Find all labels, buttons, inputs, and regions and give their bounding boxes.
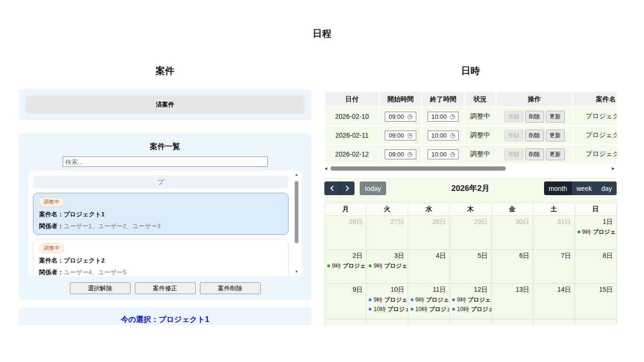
horizontal-scrollbar[interactable]: ◀ ▶ bbox=[324, 165, 617, 172]
scroll-right-icon[interactable]: ▶ bbox=[612, 166, 615, 171]
case-list-item[interactable]: 調整中案件名：プロジェクト2関係者：ユーザー4、ユーザー5 bbox=[33, 239, 289, 276]
datetime-heading: 日時 bbox=[324, 65, 617, 77]
case-members-value: ユーザー4、ユーザー5 bbox=[64, 269, 126, 276]
calendar-day-cell[interactable] bbox=[533, 320, 575, 326]
case-name-value: プロジェクト1 bbox=[64, 211, 105, 218]
update-button[interactable]: 更新 bbox=[546, 130, 565, 141]
calendar-day-cell[interactable] bbox=[575, 320, 616, 326]
calendar-event[interactable]: 9時プロジェク bbox=[575, 227, 616, 237]
event-dot-icon bbox=[452, 298, 455, 301]
calendar-day-cell[interactable]: 8日 bbox=[575, 250, 616, 284]
event-dot-icon bbox=[369, 298, 372, 301]
scroll-left-icon[interactable]: ◀ bbox=[324, 166, 327, 171]
column-header: 案件名 bbox=[573, 91, 617, 107]
calendar-day-cell[interactable]: 31日 bbox=[533, 216, 575, 250]
datetime-column: 日時 日付開始時間終了時間状況操作案件名 2026-02-1009:00◷10:… bbox=[324, 40, 617, 325]
day-of-week-header: 金 bbox=[491, 203, 533, 216]
start-time-input[interactable]: 09:00◷ bbox=[385, 112, 416, 122]
calendar-day-cell[interactable]: 5日 bbox=[450, 250, 491, 284]
calendar-day-cell[interactable]: 11日9時プロジェク10時プロジェ bbox=[408, 284, 449, 320]
start-time-input[interactable]: 09:00◷ bbox=[385, 149, 416, 159]
calendar-day-cell[interactable] bbox=[450, 320, 491, 326]
deselect-button[interactable]: 選択解除 bbox=[70, 282, 131, 294]
case-members-line: 関係者：ユーザー4、ユーザー5 bbox=[39, 268, 282, 276]
calendar-event[interactable]: 9時プロジェク bbox=[366, 261, 407, 271]
day-of-week-header: 日 bbox=[575, 203, 616, 216]
calendar-day-cell[interactable]: 13日 bbox=[491, 284, 533, 320]
event-dot-icon bbox=[578, 230, 580, 233]
start-time-input[interactable]: 09:00◷ bbox=[385, 131, 416, 140]
view-button-month[interactable]: month bbox=[544, 181, 572, 195]
today-button[interactable]: today bbox=[360, 181, 386, 195]
calendar-day-cell[interactable] bbox=[408, 320, 449, 326]
delete-button[interactable]: 削除 bbox=[525, 111, 544, 123]
scrollbar-thumb[interactable] bbox=[295, 181, 298, 243]
view-button-day[interactable]: day bbox=[596, 181, 617, 195]
event-dot-icon bbox=[452, 308, 455, 311]
calendar-day-cell[interactable]: 30日 bbox=[491, 216, 533, 250]
calendar-day-cell[interactable]: 4日 bbox=[408, 250, 449, 284]
register-button: 登録 bbox=[504, 148, 523, 160]
update-button[interactable]: 更新 bbox=[546, 111, 565, 123]
day-number: 5日 bbox=[450, 250, 491, 261]
end-time-input[interactable]: 10:00◷ bbox=[428, 149, 459, 159]
calendar-day-cell[interactable]: 1日9時プロジェク bbox=[575, 216, 616, 250]
calendar-day-cell[interactable]: 10日9時プロジェク10時プロジェ bbox=[366, 284, 408, 320]
calendar-week-row: 2日9時プロジェク3日9時プロジェク4日5日6日7日8日 bbox=[325, 250, 617, 284]
calendar-day-cell[interactable]: 9日 bbox=[325, 284, 366, 320]
next-month-button[interactable] bbox=[339, 181, 355, 195]
time-value: 09:00 bbox=[388, 132, 404, 139]
day-number: 12日 bbox=[450, 284, 491, 295]
delete-button[interactable]: 削除 bbox=[525, 130, 544, 141]
day-number: 30日 bbox=[492, 216, 533, 227]
calendar-day-cell[interactable]: 15日 bbox=[575, 284, 616, 320]
done-cases-button[interactable]: 済案件 bbox=[25, 96, 305, 114]
calendar-day-cell[interactable]: 28日 bbox=[408, 216, 449, 250]
edit-case-button[interactable]: 案件修正 bbox=[135, 282, 196, 294]
calendar-day-cell[interactable] bbox=[325, 320, 366, 326]
calendar-event[interactable]: 9時プロジェク bbox=[408, 295, 449, 304]
calendar-day-cell[interactable] bbox=[366, 320, 408, 326]
view-button-week[interactable]: week bbox=[572, 181, 597, 195]
day-number: 27日 bbox=[366, 216, 407, 227]
case-list: 調整中案件名：プロジェクト1関係者：ユーザー1、ユーザー2、ユーザー3調整中案件… bbox=[33, 193, 289, 276]
calendar-nav-group bbox=[324, 181, 355, 195]
calendar-event[interactable]: 10時プロジェ bbox=[450, 304, 491, 314]
calendar-day-cell[interactable]: 29日 bbox=[450, 216, 491, 250]
scroll-up-icon[interactable]: ▲ bbox=[294, 173, 299, 177]
case-list-item[interactable]: 調整中案件名：プロジェクト1関係者：ユーザー1、ユーザー2、ユーザー3 bbox=[33, 193, 289, 235]
event-dot-icon bbox=[327, 264, 330, 267]
day-number: 15日 bbox=[575, 284, 616, 295]
calendar-day-cell[interactable]: 12日9時プロジェク10時プロジェ bbox=[450, 284, 491, 320]
calendar-day-cell[interactable] bbox=[491, 320, 533, 326]
case-group-header[interactable]: プ bbox=[33, 175, 289, 189]
date-cell: 2026-02-10 bbox=[325, 107, 379, 126]
calendar-day-cell[interactable]: 2日9時プロジェク bbox=[325, 250, 366, 284]
calendar-day-cell[interactable]: 27日 bbox=[366, 216, 408, 250]
end-time-input[interactable]: 10:00◷ bbox=[428, 131, 459, 140]
end-time-input[interactable]: 10:00◷ bbox=[428, 112, 459, 122]
prev-month-button[interactable] bbox=[324, 181, 339, 195]
delete-button[interactable]: 削除 bbox=[525, 148, 544, 160]
day-number: 13日 bbox=[492, 284, 533, 295]
calendar-day-cell[interactable]: 26日 bbox=[325, 216, 366, 250]
calendar-event[interactable]: 10時プロジェ bbox=[408, 304, 449, 314]
project-cell: プロジェクト bbox=[573, 126, 617, 145]
search-input[interactable] bbox=[63, 156, 268, 167]
calendar-day-cell[interactable]: 3日9時プロジェク bbox=[366, 250, 408, 284]
vertical-scrollbar[interactable]: ▲ ▼ bbox=[294, 173, 299, 274]
calendar-day-cell[interactable]: 6日 bbox=[491, 250, 533, 284]
calendar-event[interactable]: 9時プロジェク bbox=[366, 295, 407, 304]
update-button[interactable]: 更新 bbox=[546, 148, 565, 160]
calendar-event[interactable]: 9時プロジェク bbox=[450, 295, 491, 304]
event-time: 10時 bbox=[373, 305, 385, 313]
day-of-week-header: 月 bbox=[325, 203, 366, 216]
scroll-down-icon[interactable]: ▼ bbox=[294, 270, 299, 274]
delete-case-button[interactable]: 案件削除 bbox=[200, 282, 261, 294]
horizontal-scrollbar-thumb[interactable] bbox=[330, 166, 506, 171]
calendar-day-cell[interactable]: 7日 bbox=[533, 250, 575, 284]
calendar-event[interactable]: 9時プロジェク bbox=[325, 261, 366, 271]
day-number: 6日 bbox=[492, 250, 533, 261]
calendar-day-cell[interactable]: 14日 bbox=[533, 284, 575, 320]
calendar-event[interactable]: 10時プロジェ bbox=[366, 304, 407, 314]
